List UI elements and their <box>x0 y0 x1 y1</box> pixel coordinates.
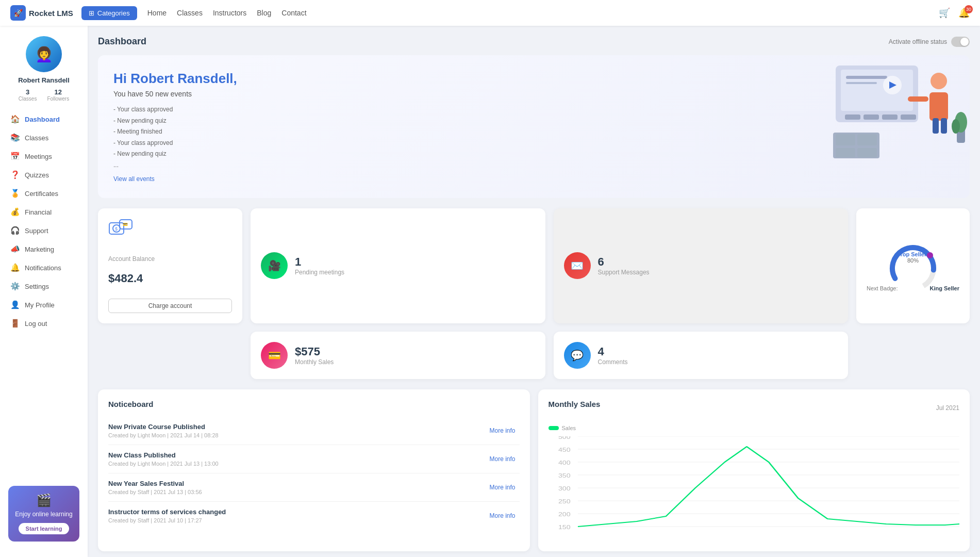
nav-link-classes[interactable]: Classes <box>177 9 203 17</box>
sidebar-label-logout: Log out <box>25 320 47 327</box>
meetings-circle: 🎥 <box>261 252 288 279</box>
support-messages-card: ✉️ 6 Support Messages <box>554 208 849 323</box>
meetings-count: 1 <box>295 255 344 269</box>
comments-card: 💬 4 Comments <box>554 332 849 379</box>
logo-text: Rocket LMS <box>29 9 73 18</box>
notice-content-2: New Year Sales Festival Created by Staff… <box>108 480 202 495</box>
avatar: 👩‍🦱 <box>26 36 62 72</box>
spacer-badge <box>856 332 970 379</box>
support-circle: ✉️ <box>564 252 591 279</box>
start-learning-button[interactable]: Start learning <box>19 523 70 534</box>
followers-stat: 12 Followers <box>47 88 69 102</box>
sidebar-item-certificates[interactable]: 🏅 Certificates <box>0 184 88 203</box>
profile-icon: 👤 <box>10 300 20 309</box>
svg-rect-2 <box>846 76 887 79</box>
svg-rect-7 <box>863 114 879 120</box>
support-info: 6 Support Messages <box>598 255 650 276</box>
sidebar-label-notifications: Notifications <box>25 264 61 272</box>
nav-link-blog[interactable]: Blog <box>257 9 271 17</box>
meetings-info: 1 Pending meetings <box>295 255 344 276</box>
categories-button[interactable]: ⊞ Categories <box>81 6 137 20</box>
toggle-switch[interactable] <box>951 37 970 47</box>
comments-label: Comments <box>598 358 628 366</box>
sidebar-item-quizzes[interactable]: ❓ Quizzes <box>0 166 88 184</box>
more-info-button-1[interactable]: More info <box>485 453 519 465</box>
nav-link-contact[interactable]: Contact <box>281 9 306 17</box>
badge-card: Top Seller 80% Next Badge: King Seller <box>856 208 970 323</box>
nav-link-home[interactable]: Home <box>147 9 167 17</box>
top-nav: 🚀 Rocket LMS ⊞ Categories Home Classes I… <box>0 0 980 26</box>
spacer-balance <box>98 332 242 379</box>
followers-count: 12 <box>47 88 69 96</box>
logo[interactable]: 🚀 Rocket LMS <box>10 5 73 21</box>
sidebar-item-meetings[interactable]: 📅 Meetings <box>0 147 88 166</box>
comments-info: 4 Comments <box>598 345 628 366</box>
sidebar-item-marketing[interactable]: 📣 Marketing <box>0 240 88 258</box>
sidebar-item-classes[interactable]: 📚 Classes <box>0 128 88 147</box>
sidebar-label-dashboard: Dashboard <box>25 116 60 123</box>
notice-title-2: New Year Sales Festival <box>108 480 202 487</box>
svg-text:450: 450 <box>558 447 570 453</box>
offline-label: Activate offline status <box>889 38 947 45</box>
more-info-button-2[interactable]: More info <box>485 482 519 493</box>
svg-text:300: 300 <box>558 486 570 492</box>
donut-label: Top Seller 80% <box>900 251 926 264</box>
pending-meetings-card: 🎥 1 Pending meetings <box>251 208 545 323</box>
nav-link-instructors[interactable]: Instructors <box>213 9 246 17</box>
support-label: Support Messages <box>598 269 650 276</box>
chart-card: Monthly Sales Jul 2021 Sales <box>538 389 970 551</box>
sales-info: $575 Monthly Sales <box>295 345 334 366</box>
dashboard-icon: 🏠 <box>10 114 20 124</box>
notice-item-2: New Year Sales Festival Created by Staff… <box>108 473 520 502</box>
sidebar-label-support: Support <box>25 227 48 235</box>
support-icon: 🎧 <box>10 226 20 235</box>
svg-rect-20 <box>857 134 877 145</box>
svg-rect-19 <box>836 134 855 145</box>
sidebar-item-settings[interactable]: ⚙️ Settings <box>0 277 88 296</box>
notice-content-3: Instructor terms of services changed Cre… <box>108 508 226 523</box>
classes-label: Classes <box>19 96 37 102</box>
charge-account-button[interactable]: Charge account <box>108 299 232 313</box>
svg-rect-22 <box>857 148 877 157</box>
notice-item-1: New Class Published Created by Light Moo… <box>108 445 520 473</box>
chart-header: Monthly Sales Jul 2021 <box>549 400 960 417</box>
monthly-sales-card: 💳 $575 Monthly Sales <box>251 332 545 379</box>
svg-rect-9 <box>901 114 916 120</box>
svg-text:150: 150 <box>558 525 570 530</box>
notice-content-1: New Class Published Created by Light Moo… <box>108 451 219 467</box>
sidebar-bottom: 🎬 Enjoy online learning Start learning <box>0 481 88 547</box>
financial-icon: 💰 <box>10 207 20 217</box>
classes-count: 3 <box>19 88 37 96</box>
sidebar-item-dashboard[interactable]: 🏠 Dashboard <box>0 110 88 128</box>
sidebar-label-settings: Settings <box>25 283 49 290</box>
promo-icon: 🎬 <box>14 493 73 507</box>
svg-point-30 <box>927 252 933 258</box>
sidebar-item-logout[interactable]: 🚪 Log out <box>0 314 88 333</box>
categories-label: Categories <box>97 9 130 17</box>
view-all-events-link[interactable]: View all events <box>113 175 155 183</box>
sidebar-label-certificates: Certificates <box>25 190 58 198</box>
sidebar-item-support[interactable]: 🎧 Support <box>0 221 88 240</box>
svg-text:250: 250 <box>558 499 570 504</box>
legend-dot <box>549 426 559 430</box>
notice-title-0: New Private Course Published <box>108 423 219 431</box>
offline-toggle[interactable]: Activate offline status <box>889 37 970 47</box>
notifications-nav-button[interactable]: 🔔 30 <box>958 7 970 19</box>
svg-rect-8 <box>882 114 898 120</box>
chart-svg: 500 450 400 350 300 250 200 150 <box>549 436 960 539</box>
balance-icon: $ 💳 <box>108 219 134 244</box>
sidebar-item-my-profile[interactable]: 👤 My Profile <box>0 296 88 314</box>
svg-point-29 <box>885 240 941 296</box>
meetings-icon: 📅 <box>10 152 20 161</box>
grid-icon: ⊞ <box>89 9 94 17</box>
sidebar-item-financial[interactable]: 💰 Financial <box>0 203 88 221</box>
more-info-button-3[interactable]: More info <box>485 510 519 521</box>
svg-rect-14 <box>908 96 928 102</box>
sidebar-item-notifications[interactable]: 🔔 Notifications <box>0 258 88 277</box>
cart-button[interactable]: 🛒 <box>939 7 950 19</box>
svg-text:200: 200 <box>558 512 570 517</box>
notice-meta-3: Created by Staff | 2021 Jul 10 | 17:27 <box>108 517 226 523</box>
badge-title: Top Seller <box>900 251 926 257</box>
certificates-icon: 🏅 <box>10 189 20 198</box>
more-info-button-0[interactable]: More info <box>485 425 519 436</box>
